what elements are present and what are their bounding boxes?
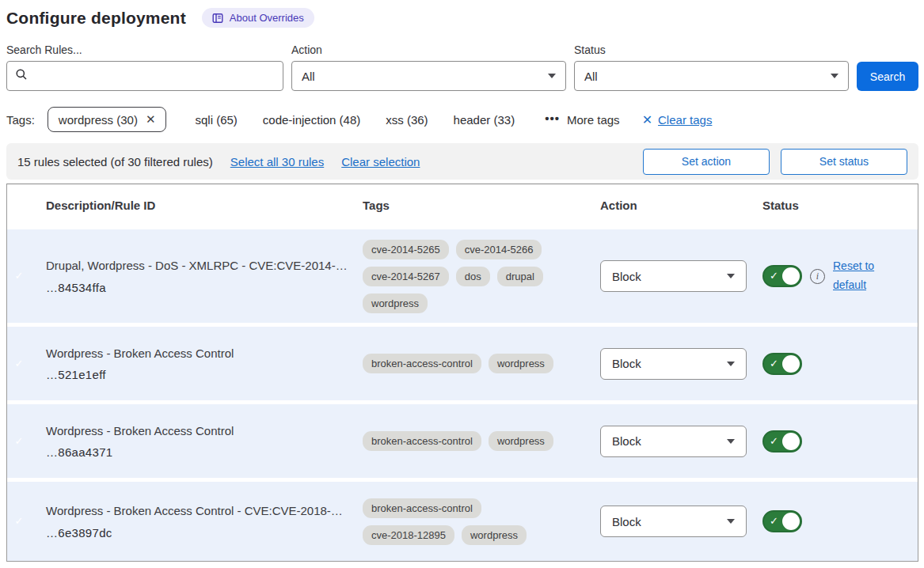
chevron-down-icon — [548, 74, 556, 78]
clear-icon: ✕ — [642, 112, 652, 127]
column-header-action: Action — [600, 199, 762, 212]
rule-action-value: Block — [612, 357, 641, 370]
rule-tag: wordpress — [462, 525, 527, 545]
status-toggle[interactable]: ✓ — [762, 430, 802, 453]
rule-tag: dos — [456, 267, 490, 286]
action-filter-select[interactable]: All — [291, 61, 566, 91]
search-rules-input[interactable] — [34, 70, 275, 82]
status-toggle[interactable]: ✓ — [762, 353, 802, 375]
selection-summary: 15 rules selected (of 30 filtered rules) — [17, 155, 213, 169]
rules-table: Description/Rule ID Tags Action Status D… — [6, 184, 918, 562]
rule-id: …86aa4371 — [46, 445, 355, 459]
column-header-tags: Tags — [363, 199, 600, 212]
rule-id: …521e1eff — [46, 368, 355, 381]
rule-action-select[interactable]: Block — [600, 348, 747, 380]
page-title: Configure deployment — [6, 9, 186, 28]
table-row: Drupal, Wordpress - DoS - XMLRPC - CVE:C… — [7, 229, 918, 323]
rule-tag: cve-2014-5267 — [363, 267, 449, 286]
status-filter-select[interactable]: All — [574, 61, 849, 91]
rule-tag: cve-2014-5265 — [363, 240, 449, 259]
filter-bar: Search Rules... Action All Status All Se… — [6, 44, 918, 91]
ellipsis-icon: ••• — [545, 112, 560, 125]
status-filter-value: All — [584, 70, 598, 83]
table-row: Wordpress - Broken Access Control …86aa4… — [7, 404, 918, 478]
search-icon — [15, 68, 28, 84]
search-rules-box — [6, 61, 283, 91]
status-filter-label: Status — [574, 44, 849, 56]
rule-tag: broken-access-control — [363, 431, 481, 451]
remove-tag-icon[interactable]: ✕ — [146, 112, 156, 127]
set-status-button[interactable]: Set status — [781, 149, 907, 175]
clear-selection-link[interactable]: Clear selection — [341, 155, 420, 169]
rule-description: Wordpress - Broken Access Control — [46, 346, 355, 362]
reset-to-default-link[interactable]: Reset to default — [833, 257, 885, 295]
about-overrides-link[interactable]: About Overrides — [202, 8, 314, 28]
more-tags-button[interactable]: ••• More tags — [545, 113, 619, 127]
chevron-down-icon — [727, 274, 735, 278]
tag-code-injection[interactable]: code-injection (48) — [263, 113, 360, 127]
status-toggle[interactable]: ✓ — [762, 510, 802, 532]
column-header-status: Status — [762, 199, 918, 212]
select-all-link[interactable]: Select all 30 rules — [230, 155, 324, 169]
rule-tag: broken-access-control — [363, 498, 481, 518]
rule-action-select[interactable]: Block — [600, 426, 747, 457]
tag-sqli[interactable]: sqli (65) — [195, 113, 237, 127]
rule-action-select[interactable]: Block — [600, 506, 747, 537]
table-row: Wordpress - Broken Access Control …521e1… — [7, 327, 918, 400]
selection-bar: 15 rules selected (of 30 filtered rules)… — [6, 143, 918, 180]
chevron-down-icon — [727, 362, 735, 366]
rule-id: …6e3897dc — [46, 526, 355, 540]
tag-chip-wordpress[interactable]: wordpress (30) ✕ — [48, 107, 167, 132]
chevron-down-icon — [831, 74, 838, 78]
clear-tags-label: Clear tags — [658, 113, 712, 127]
table-row: Wordpress - Broken Access Control - CVE:… — [7, 482, 918, 561]
search-rules-label: Search Rules... — [6, 44, 283, 56]
rule-description: Drupal, Wordpress - DoS - XMLRPC - CVE:C… — [46, 258, 355, 274]
info-icon[interactable]: i — [810, 269, 825, 284]
rule-id: …84534ffa — [46, 281, 355, 294]
rule-tag: cve-2014-5266 — [456, 240, 542, 259]
rule-action-value: Block — [612, 270, 641, 283]
rule-tag: broken-access-control — [363, 354, 481, 373]
rule-tag: wordpress — [363, 293, 428, 313]
search-button[interactable]: Search — [857, 62, 918, 91]
tags-bar: Tags: wordpress (30) ✕ sqli (65) code-in… — [6, 107, 918, 132]
tags-label: Tags: — [6, 113, 35, 127]
table-header-row: Description/Rule ID Tags Action Status — [7, 184, 918, 225]
rule-tag: wordpress — [489, 431, 553, 451]
configure-deployment-page: Configure deployment About Overrides Sea… — [0, 0, 924, 562]
clear-tags-link[interactable]: ✕ Clear tags — [642, 112, 713, 127]
chevron-down-icon — [727, 519, 735, 524]
set-action-button[interactable]: Set action — [643, 149, 770, 175]
rule-description: Wordpress - Broken Access Control — [46, 423, 355, 439]
tag-xss[interactable]: xss (36) — [386, 113, 428, 127]
rule-action-value: Block — [612, 434, 641, 448]
rule-action-select[interactable]: Block — [600, 260, 747, 292]
page-header: Configure deployment About Overrides — [6, 8, 918, 28]
status-toggle[interactable]: ✓ — [762, 265, 802, 287]
about-overrides-label: About Overrides — [230, 12, 304, 24]
rule-description: Wordpress - Broken Access Control - CVE:… — [46, 503, 355, 519]
tag-header[interactable]: header (33) — [454, 113, 515, 127]
book-icon — [212, 13, 223, 24]
rule-tag: cve-2018-12895 — [363, 525, 454, 545]
rule-tag: drupal — [497, 267, 543, 286]
rule-tag: wordpress — [489, 354, 553, 373]
more-tags-label: More tags — [567, 113, 620, 127]
action-filter-value: All — [302, 70, 315, 83]
chevron-down-icon — [727, 439, 735, 444]
column-header-description: Description/Rule ID — [46, 199, 363, 212]
tag-chip-label: wordpress (30) — [59, 113, 138, 127]
action-filter-label: Action — [291, 44, 566, 56]
rule-action-value: Block — [612, 515, 641, 528]
